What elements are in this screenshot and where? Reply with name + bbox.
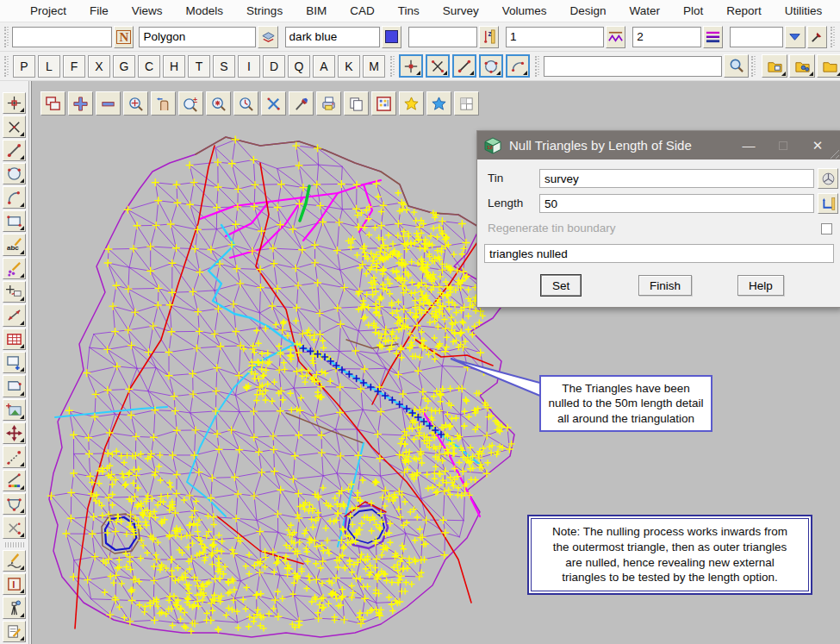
tinable-input[interactable] (408, 27, 477, 47)
draw-pen-button[interactable] (289, 91, 314, 116)
survey-tool[interactable] (3, 597, 26, 618)
linestyle-input[interactable] (506, 27, 604, 47)
image-tool[interactable] (3, 399, 26, 421)
zoom-previous-button[interactable] (206, 91, 231, 116)
length-pick-button[interactable] (818, 193, 838, 214)
snap-letter-button[interactable]: I (238, 55, 260, 78)
polygon-vertices-tool[interactable] (3, 493, 26, 515)
dialog-titlebar[interactable]: 12 Null Triangles by Length of Side — ✕ (477, 131, 840, 159)
snap-letter-button[interactable]: A (313, 55, 335, 78)
menu-item[interactable]: Views (132, 4, 163, 17)
zoom-in-out-button[interactable]: ± (178, 91, 203, 116)
menu-item[interactable]: CAD (350, 4, 375, 17)
delete-tool[interactable] (3, 516, 26, 538)
polygon-tool[interactable] (3, 375, 26, 397)
line-snap-toggle[interactable] (452, 54, 476, 78)
split-panes-button[interactable] (454, 91, 479, 116)
toolbar-grip[interactable] (4, 27, 9, 47)
height-button[interactable]: z (479, 26, 499, 48)
close-button[interactable]: ✕ (800, 138, 835, 153)
toolbar-grip[interactable] (390, 56, 396, 77)
string-points-tool[interactable] (3, 446, 26, 467)
menu-item[interactable]: Plot (683, 4, 703, 17)
window-add-tool[interactable] (3, 352, 26, 373)
tile-views-button[interactable] (40, 91, 65, 116)
help-button[interactable]: Help (737, 275, 784, 296)
add-view-button[interactable] (68, 91, 93, 116)
snap-letter-button[interactable]: H (163, 55, 185, 78)
snap-letter-button[interactable]: M (363, 55, 385, 78)
toolbar-grip[interactable] (831, 27, 836, 47)
name-box-button[interactable]: N (114, 26, 134, 48)
toolbar-grip[interactable] (751, 56, 757, 77)
text-tool[interactable]: abc (3, 234, 26, 255)
arc-tool[interactable] (3, 186, 26, 208)
arc-snap-toggle[interactable] (506, 54, 530, 78)
menu-item[interactable]: Report (726, 4, 762, 17)
tin-select-button[interactable] (818, 168, 838, 189)
cursor-snap-toggle[interactable] (426, 54, 450, 78)
snap-letter-button[interactable]: S (213, 55, 235, 78)
search-input[interactable] (544, 56, 722, 77)
linestyle-button[interactable] (606, 26, 625, 48)
open-model-folder-button[interactable] (762, 54, 787, 78)
snap-letter-button[interactable]: T (188, 55, 210, 78)
print-button[interactable] (316, 91, 341, 116)
maximize-button[interactable] (766, 138, 800, 153)
measure-tool[interactable] (3, 304, 26, 326)
favourites-button[interactable] (399, 91, 424, 116)
note-edit-tool[interactable] (3, 621, 26, 642)
finish-button[interactable]: Finish (638, 275, 692, 296)
zoom-extents-button[interactable] (123, 91, 148, 116)
circle-snap-toggle[interactable] (479, 54, 503, 78)
menu-item[interactable]: Models (186, 4, 224, 17)
delete-view-button[interactable] (261, 91, 286, 116)
colour-swatch-button[interactable] (382, 26, 401, 48)
weight-button[interactable] (703, 26, 723, 48)
pick-input[interactable] (730, 27, 783, 47)
minimize-button[interactable]: — (731, 138, 766, 153)
eyedropper-button[interactable] (807, 26, 827, 48)
menu-item[interactable]: Utilities (785, 4, 823, 17)
paste-point-tool[interactable] (3, 281, 26, 303)
snap-letter-button[interactable]: C (138, 55, 160, 78)
search-button[interactable] (724, 54, 749, 78)
menu-item[interactable]: Survey (443, 4, 479, 17)
set-button[interactable]: Set (541, 275, 581, 296)
open-project-folder-button[interactable] (817, 54, 840, 78)
toolbar-grip[interactable] (535, 56, 541, 77)
snap-letter-button[interactable]: F (63, 55, 85, 78)
pan-button[interactable] (151, 91, 176, 116)
menu-item[interactable]: Strings (246, 4, 283, 17)
menu-item[interactable]: File (90, 4, 109, 17)
tin-input[interactable] (539, 169, 814, 188)
panel-grid-button[interactable] (371, 91, 396, 116)
string-colour-tool[interactable] (3, 470, 26, 491)
snap-letter-button[interactable]: Q (288, 55, 310, 78)
snap-letter-button[interactable]: G (113, 55, 135, 78)
model-input[interactable] (139, 27, 256, 47)
snap-letter-button[interactable]: L (38, 55, 60, 78)
circle-tool[interactable] (3, 163, 26, 184)
symbol-brush-tool[interactable] (3, 258, 26, 279)
point-tool[interactable] (3, 92, 26, 114)
menu-item[interactable]: Design (570, 4, 607, 17)
snap-letter-button[interactable]: K (338, 55, 360, 78)
menu-item[interactable]: BIM (306, 4, 327, 17)
minimise-view-button[interactable] (96, 91, 121, 116)
interface-tool[interactable]: II (3, 573, 26, 595)
open-settings-folder-button[interactable] (789, 54, 815, 78)
point-snap-toggle[interactable] (399, 54, 423, 78)
name-input[interactable] (12, 27, 112, 47)
menu-item[interactable]: Tins (398, 4, 420, 17)
model-list-button[interactable] (258, 26, 277, 48)
toolbar-grip[interactable] (4, 56, 10, 77)
redraw-button[interactable] (233, 91, 258, 116)
rectangle-tool[interactable] (3, 210, 26, 232)
menu-item[interactable]: Volumes (502, 4, 547, 17)
grid-table-tool[interactable] (3, 328, 26, 350)
snap-letter-button[interactable]: D (263, 55, 285, 78)
sketch-tool[interactable] (3, 550, 26, 572)
cross-tool[interactable] (3, 116, 26, 137)
weight-input[interactable] (632, 27, 701, 47)
